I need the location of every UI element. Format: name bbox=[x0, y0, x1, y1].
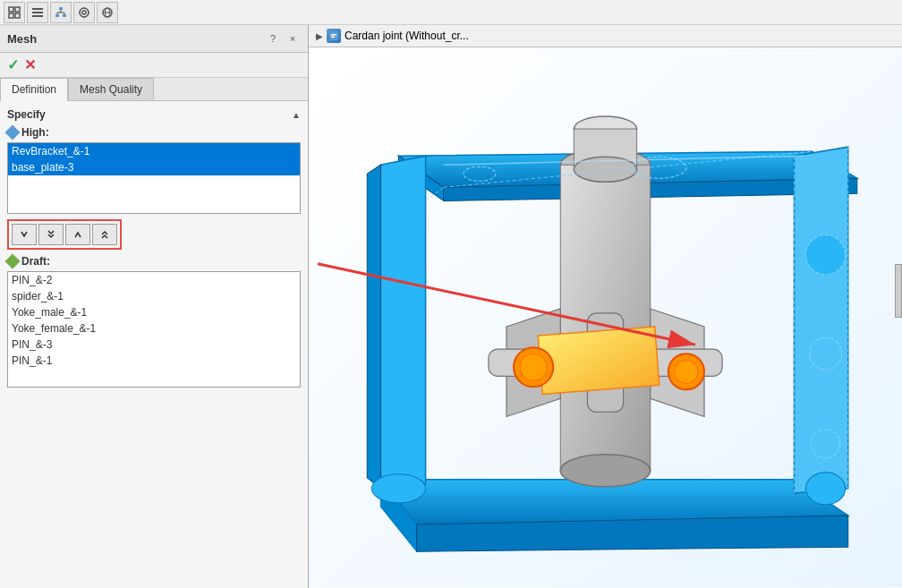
tree-header: ▶ Cardan joint (Without_cr... bbox=[309, 25, 902, 47]
top-toolbar bbox=[0, 0, 902, 25]
viewport-scrollbar[interactable] bbox=[895, 264, 902, 318]
panel-header: Mesh ? × bbox=[0, 25, 308, 53]
tree-node-icon bbox=[327, 29, 341, 43]
scene-svg bbox=[309, 47, 902, 588]
high-label-row: High: bbox=[7, 126, 301, 139]
svg-point-15 bbox=[82, 11, 86, 14]
toolbar-tree-btn[interactable] bbox=[50, 2, 72, 23]
draft-label-row: Draft: bbox=[7, 255, 301, 268]
svg-rect-2 bbox=[9, 13, 13, 18]
cancel-button[interactable]: ✕ bbox=[24, 56, 36, 73]
draft-list-box[interactable]: PIN_&-2 spider_&-1 Yoke_male_&-1 Yoke_fe… bbox=[7, 271, 301, 388]
draft-item-spider[interactable]: spider_&-1 bbox=[8, 288, 300, 304]
draft-item-yoke-female[interactable]: Yoke_female_&-1 bbox=[8, 320, 300, 337]
draft-label: Draft: bbox=[21, 255, 50, 268]
move-up-all-btn[interactable] bbox=[92, 224, 117, 245]
draft-item-pin3[interactable]: PIN_&-3 bbox=[8, 337, 300, 353]
svg-rect-8 bbox=[55, 14, 59, 17]
toolbar-target-btn[interactable] bbox=[73, 2, 95, 23]
svg-rect-4 bbox=[32, 8, 43, 10]
right-area: ▶ Cardan joint (Without_cr... bbox=[309, 25, 902, 588]
svg-point-54 bbox=[520, 354, 547, 380]
high-list-box[interactable]: RevBracket_&-1 base_plate-3 bbox=[7, 142, 301, 214]
high-label: High: bbox=[21, 126, 49, 139]
move-down-all-btn[interactable] bbox=[38, 224, 64, 245]
list-item-revbracket[interactable]: RevBracket_&-1 bbox=[8, 143, 300, 159]
svg-marker-33 bbox=[380, 156, 425, 489]
specify-collapse-btn[interactable]: ▲ bbox=[292, 110, 301, 120]
main-layout: Mesh ? × ✓ ✕ Definition Mesh Quality Spe… bbox=[0, 25, 902, 588]
tab-mesh-quality[interactable]: Mesh Quality bbox=[68, 78, 154, 100]
svg-rect-6 bbox=[32, 15, 43, 17]
panel-content: Specify ▲ High: RevBracket_&-1 base_plat… bbox=[0, 101, 308, 588]
tab-definition[interactable]: Definition bbox=[0, 78, 68, 101]
svg-rect-23 bbox=[329, 31, 338, 40]
svg-point-62 bbox=[371, 474, 425, 503]
specify-title: Specify bbox=[7, 108, 46, 121]
draft-item-yoke-male[interactable]: Yoke_male_&-1 bbox=[8, 304, 300, 320]
tab-bar: Definition Mesh Quality bbox=[0, 78, 308, 101]
help-icon[interactable]: ? bbox=[265, 30, 281, 47]
draft-item-pin2[interactable]: PIN_&-2 bbox=[8, 272, 300, 288]
svg-rect-9 bbox=[63, 14, 66, 17]
left-panel: Mesh ? × ✓ ✕ Definition Mesh Quality Spe… bbox=[0, 25, 309, 588]
move-up-one-btn[interactable] bbox=[65, 224, 90, 245]
tree-node-title: Cardan joint (Without_cr... bbox=[345, 30, 469, 42]
toolbar-sphere-btn[interactable] bbox=[97, 2, 118, 23]
action-bar: ✓ ✕ bbox=[0, 53, 308, 78]
svg-point-56 bbox=[675, 360, 698, 383]
list-item-base-plate[interactable]: base_plate-3 bbox=[8, 159, 300, 175]
svg-marker-52 bbox=[538, 327, 659, 394]
svg-rect-25 bbox=[331, 37, 335, 38]
viewport[interactable] bbox=[309, 47, 902, 588]
header-icons: ? × bbox=[265, 30, 301, 47]
svg-point-43 bbox=[560, 455, 650, 487]
svg-point-14 bbox=[80, 8, 89, 17]
svg-rect-7 bbox=[59, 7, 63, 10]
specify-section-header: Specify ▲ bbox=[7, 108, 301, 121]
svg-rect-24 bbox=[331, 34, 336, 36]
svg-rect-0 bbox=[9, 7, 13, 12]
toolbar-list-btn[interactable] bbox=[27, 2, 48, 23]
move-down-one-btn[interactable] bbox=[12, 224, 37, 245]
svg-rect-5 bbox=[32, 12, 43, 13]
svg-rect-3 bbox=[15, 13, 20, 18]
svg-point-61 bbox=[806, 473, 846, 505]
draft-item-pin1[interactable]: PIN_&-1 bbox=[8, 353, 300, 369]
draft-diamond-icon bbox=[5, 254, 21, 269]
panel-title: Mesh bbox=[7, 32, 37, 46]
toolbar-grid-btn[interactable] bbox=[4, 2, 25, 23]
tree-arrow-icon: ▶ bbox=[316, 31, 323, 41]
confirm-button[interactable]: ✓ bbox=[7, 56, 19, 73]
high-diamond-icon bbox=[5, 125, 21, 141]
svg-point-38 bbox=[806, 235, 846, 275]
svg-marker-34 bbox=[367, 165, 380, 489]
svg-rect-1 bbox=[15, 7, 20, 12]
close-icon[interactable]: × bbox=[285, 30, 301, 47]
control-buttons-group bbox=[7, 219, 122, 250]
